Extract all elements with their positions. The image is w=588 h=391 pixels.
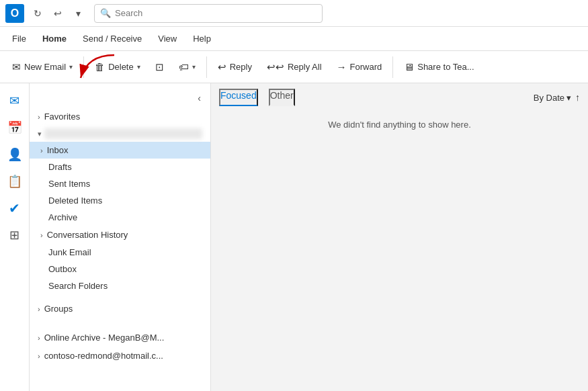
- groups-chevron: ›: [38, 305, 40, 313]
- menu-bar: File Home Send / Receive View Help: [0, 27, 588, 51]
- outbox-label: Outbox: [48, 264, 77, 274]
- outbox-item[interactable]: Outbox: [30, 261, 210, 277]
- toolbar-sep-1: [83, 56, 84, 78]
- sort-by-date-button[interactable]: By Date ▾: [534, 93, 571, 103]
- email-sort: By Date ▾ ↑: [534, 92, 580, 103]
- favorites-section[interactable]: › Favorites: [30, 107, 210, 126]
- teams-icon: 🖥: [404, 61, 414, 73]
- tab-focused[interactable]: Focused: [219, 89, 258, 106]
- toolbar: ✉ New Email ▾ 🗑 Delete ▾ ⊡ 🏷 ▾ ↩ Reply ↩…: [0, 51, 588, 83]
- delete-dropdown-arrow: ▾: [137, 63, 140, 71]
- email-tabs-row: Focused Other By Date ▾ ↑: [211, 83, 588, 106]
- new-email-icon: ✉: [12, 61, 21, 73]
- app-logo: O: [5, 4, 24, 23]
- drafts-label: Drafts: [48, 162, 72, 172]
- menu-send-receive[interactable]: Send / Receive: [76, 31, 149, 46]
- menu-home[interactable]: Home: [36, 31, 73, 46]
- email-area: Focused Other By Date ▾ ↑ We didn't find…: [211, 83, 588, 391]
- search-folders-item[interactable]: Search Folders: [30, 277, 210, 294]
- reply-all-icon: ↩↩: [267, 61, 284, 73]
- toolbar-sep-3: [392, 56, 393, 78]
- menu-file[interactable]: File: [5, 31, 33, 46]
- categorize-button[interactable]: 🏷 ▾: [172, 58, 202, 76]
- folder-pane-header: ‹: [30, 86, 210, 107]
- sort-dropdown-icon: ▾: [566, 93, 571, 103]
- conv-history-label: Conversation History: [47, 230, 128, 240]
- menu-view[interactable]: View: [151, 31, 183, 46]
- folder-pane: ‹ › Favorites ▾ › Inbox Drafts Sent Item…: [30, 83, 211, 391]
- account-chevron: ▾: [38, 130, 42, 138]
- nav-mail[interactable]: ✉: [3, 89, 27, 113]
- move-button[interactable]: ⊡: [149, 58, 171, 77]
- dropdown-button[interactable]: ▾: [70, 5, 86, 21]
- inbox-item[interactable]: › Inbox: [30, 142, 210, 159]
- menu-help[interactable]: Help: [186, 31, 218, 46]
- favorites-label: Favorites: [44, 112, 80, 122]
- sent-items-item[interactable]: Sent Items: [30, 175, 210, 192]
- delete-button[interactable]: 🗑 Delete ▾: [88, 58, 147, 76]
- categorize-dropdown-arrow: ▾: [192, 63, 196, 71]
- forward-button[interactable]: → Forward: [330, 58, 389, 76]
- email-empty-state: We didn't find anything to show here.: [211, 106, 588, 391]
- refresh-button[interactable]: ↻: [30, 5, 46, 21]
- account-row[interactable]: ▾: [30, 126, 210, 142]
- move-icon: ⊡: [155, 61, 164, 73]
- contoso-label: contoso-redmond@hotmail.c...: [44, 351, 163, 361]
- conv-history-chevron: ›: [40, 231, 43, 239]
- reply-button[interactable]: ↩ Reply: [211, 58, 259, 77]
- drafts-item[interactable]: Drafts: [30, 159, 210, 175]
- account-blurred: [44, 128, 202, 139]
- reply-icon: ↩: [218, 61, 226, 73]
- toolbar-sep-2: [206, 56, 207, 78]
- sent-items-label: Sent Items: [48, 179, 90, 189]
- title-bar: O ↻ ↩ ▾ 🔍: [0, 0, 588, 27]
- nav-tasks[interactable]: 📋: [3, 169, 27, 193]
- online-archive-section[interactable]: › Online Archive - MeganB@M...: [30, 329, 210, 347]
- groups-section[interactable]: › Groups: [30, 300, 210, 318]
- nav-check[interactable]: ✔: [3, 196, 27, 220]
- deleted-items-label: Deleted Items: [48, 195, 102, 206]
- delete-icon: 🗑: [95, 61, 105, 73]
- junk-email-item[interactable]: Junk Email: [30, 244, 210, 261]
- inbox-chevron: ›: [40, 146, 43, 155]
- nav-apps[interactable]: ⊞: [3, 223, 27, 247]
- search-bar: 🔍: [94, 4, 323, 23]
- collapse-pane-button[interactable]: ‹: [196, 91, 202, 105]
- reply-all-button[interactable]: ↩↩ Reply All: [260, 58, 329, 77]
- undo-button[interactable]: ↩: [50, 5, 66, 21]
- share-to-teams-button[interactable]: 🖥 Share to Tea...: [397, 58, 480, 76]
- forward-icon: →: [337, 61, 347, 73]
- nav-people[interactable]: 👤: [3, 142, 27, 167]
- sort-direction-button[interactable]: ↑: [575, 92, 580, 103]
- new-email-dropdown-arrow: ▾: [69, 63, 73, 71]
- new-email-button[interactable]: ✉ New Email ▾: [5, 58, 79, 77]
- search-input[interactable]: [115, 8, 317, 18]
- nav-calendar[interactable]: 📅: [3, 116, 27, 140]
- inbox-label: Inbox: [47, 145, 69, 155]
- archive-label: Archive: [48, 212, 77, 222]
- junk-email-label: Junk Email: [48, 247, 91, 257]
- contoso-chevron: ›: [38, 352, 40, 360]
- tab-other[interactable]: Other: [269, 89, 295, 106]
- empty-message: We didn't find anything to show here.: [328, 120, 471, 130]
- title-bar-controls: ↻ ↩ ▾: [30, 5, 86, 21]
- categorize-icon: 🏷: [179, 61, 189, 73]
- deleted-items-item[interactable]: Deleted Items: [30, 192, 210, 209]
- search-folders-label: Search Folders: [48, 281, 108, 291]
- conversation-history-section[interactable]: › Conversation History: [30, 226, 210, 244]
- nav-rail: ✉ 📅 👤 📋 ✔ ⊞: [0, 83, 30, 391]
- search-icon: 🔍: [100, 8, 111, 18]
- groups-label: Groups: [44, 304, 73, 314]
- online-archive-label: Online Archive - MeganB@M...: [44, 333, 165, 343]
- main-area: ✉ 📅 👤 📋 ✔ ⊞ ‹ › Favorites ▾ › Inbox Draf…: [0, 83, 588, 391]
- favorites-chevron: ›: [38, 113, 40, 121]
- online-archive-chevron: ›: [38, 334, 40, 342]
- archive-item[interactable]: Archive: [30, 209, 210, 226]
- contoso-section[interactable]: › contoso-redmond@hotmail.c...: [30, 347, 210, 365]
